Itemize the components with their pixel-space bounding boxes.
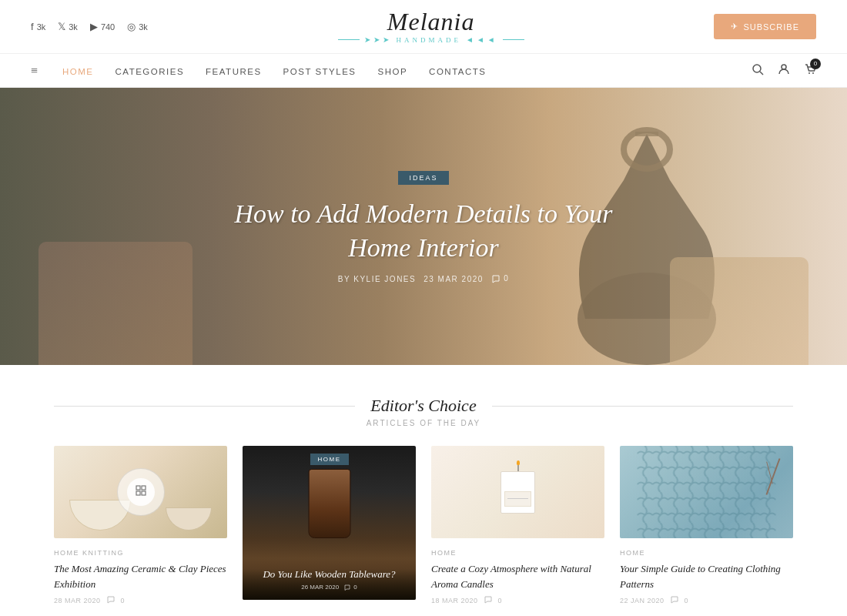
svg-point-4 [812, 72, 814, 74]
svg-rect-11 [142, 491, 146, 495]
section-subtitle: Articles Of The Day [54, 419, 793, 427]
article-card-candle[interactable]: HOME Create a Cozy Atmosphere with Natur… [431, 446, 604, 608]
article-title-knitting: Your Simple Guide to Creating Clothing P… [620, 561, 793, 591]
article-cats-ceramic: HOME KNITTING [54, 549, 227, 557]
subscribe-icon: ✈ [731, 22, 738, 32]
article-meta-ceramic: 28 MAR 2020 0 [54, 596, 227, 605]
nav-item-post-styles[interactable]: POST STYLES [283, 64, 357, 78]
hero-meta: BY KYLIE JONES 23 MAR 2020 0 [231, 274, 616, 283]
svg-point-0 [753, 65, 761, 72]
hero-author: BY KYLIE JONES [338, 275, 416, 283]
play-icon [136, 485, 146, 499]
article-image-ceramic [54, 446, 227, 538]
article-card-knitting[interactable]: HOME Your Simple Guide to Creating Cloth… [620, 446, 793, 608]
twitter-icon: 𝕏 [58, 21, 65, 32]
instagram-link[interactable]: ◎ 3k [127, 21, 148, 32]
wooden-date: 26 MAR 2020 [301, 584, 339, 591]
nav-links: HOME CATEGORIES FEATURES POST STYLES SHO… [62, 64, 486, 78]
svg-rect-9 [142, 486, 146, 490]
nav-link-categories: CATEGORIES [116, 67, 185, 76]
nav-link-features: FEATURES [206, 67, 262, 76]
youtube-link[interactable]: ▶ 740 [90, 21, 115, 32]
svg-line-1 [760, 72, 763, 75]
subscribe-button[interactable]: ✈ SUBSCRIBE [714, 14, 816, 39]
article-comment-icon-ceramic [107, 596, 115, 605]
top-bar: f 3k 𝕏 3k ▶ 740 ◎ 3k Melania ➤➤➤ HANDMAD… [0, 0, 847, 54]
article-image-wooden: HOME Do You Like Wooden Tableware? 26 MA… [243, 446, 416, 600]
article-comment-icon-candle [484, 596, 492, 605]
article-title-candle: Create a Cozy Atmosphere with Natural Ar… [431, 561, 604, 591]
hamburger-menu[interactable]: ≡ [31, 64, 38, 78]
article-title-ceramic: The Most Amazing Ceramic & Clay Pieces E… [54, 561, 227, 591]
user-icon[interactable] [778, 63, 790, 79]
article-comments-candle: 0 [498, 597, 503, 604]
logo[interactable]: Melania ➤➤➤ HANDMADE ◄◄◄ [338, 9, 524, 44]
articles-grid: HOME KNITTING The Most Amazing Ceramic &… [54, 446, 793, 608]
nav-item-shop[interactable]: SHOP [378, 64, 408, 78]
logo-line-left [338, 39, 360, 40]
article-card-ceramic[interactable]: HOME KNITTING The Most Amazing Ceramic &… [54, 446, 227, 608]
nav-link-shop: SHOP [378, 67, 408, 76]
section-title: Editor's Choice [355, 396, 491, 416]
article-comments-ceramic: 0 [121, 597, 126, 604]
article-card-wooden[interactable]: HOME Do You Like Wooden Tableware? 26 MA… [243, 446, 416, 608]
nav-item-categories[interactable]: CATEGORIES [116, 64, 185, 78]
wooden-overlay: Do You Like Wooden Tableware? 26 MAR 202… [243, 558, 416, 600]
article-meta-knitting: 22 JAN 2020 0 [620, 596, 793, 605]
wooden-comments: 0 [353, 584, 357, 591]
candle-body [500, 471, 535, 514]
article-meta-candle: 18 MAR 2020 0 [431, 596, 604, 605]
logo-name: Melania [338, 9, 524, 34]
article-image-candle [431, 446, 604, 538]
facebook-link[interactable]: f 3k [31, 21, 45, 32]
logo-arrow-left: ➤➤➤ [364, 35, 392, 44]
social-links: f 3k 𝕏 3k ▶ 740 ◎ 3k [31, 21, 148, 32]
logo-line-right [503, 39, 524, 40]
article-cats-knitting: HOME [620, 549, 793, 557]
nav-link-home: HOME [62, 67, 94, 76]
facebook-icon: f [31, 21, 34, 32]
logo-subtitle: ➤➤➤ HANDMADE ◄◄◄ [338, 35, 524, 44]
navigation: ≡ HOME CATEGORIES FEATURES POST STYLES S… [0, 54, 847, 88]
svg-rect-10 [136, 491, 140, 495]
youtube-count: 740 [101, 22, 115, 32]
nav-item-home[interactable]: HOME [62, 64, 94, 78]
wooden-title: Do You Like Wooden Tableware? [250, 567, 408, 581]
twitter-link[interactable]: 𝕏 3k [58, 21, 78, 32]
nav-item-contacts[interactable]: CONTACTS [429, 64, 486, 78]
cart-icon[interactable]: 0 [804, 63, 816, 79]
section-line-right [492, 406, 793, 407]
subscribe-label: SUBSCRIBE [743, 22, 799, 32]
hero-comments: 0 [491, 274, 509, 283]
nav-right: 0 [752, 63, 816, 79]
article-comment-icon-knitting [671, 596, 678, 605]
instagram-count: 3k [139, 22, 148, 32]
hero-tag: IDEAS [398, 171, 448, 185]
svg-point-3 [808, 72, 810, 74]
svg-point-2 [782, 65, 786, 69]
candle-wick [517, 465, 518, 471]
twitter-count: 3k [69, 22, 78, 32]
logo-arrow-right: ◄◄◄ [466, 35, 498, 44]
wooden-category-tag: HOME [310, 454, 349, 465]
search-icon[interactable] [752, 63, 764, 79]
nav-item-features[interactable]: FEATURES [206, 64, 262, 78]
candle-label-line [507, 498, 527, 499]
play-button-ceramic[interactable] [127, 478, 155, 506]
hero-content: IDEAS How to Add Modern Details to Your … [231, 169, 616, 284]
article-date-candle: 18 MAR 2020 [431, 597, 478, 604]
wooden-meta: 26 MAR 2020 0 [250, 584, 408, 591]
logo-sub-text: HANDMADE [397, 36, 462, 44]
ceramic-bowl-2 [166, 507, 212, 531]
cart-count: 0 [810, 59, 821, 69]
youtube-icon: ▶ [90, 21, 98, 32]
article-date-knitting: 22 JAN 2020 [620, 597, 665, 604]
candle-container [500, 471, 535, 514]
ceramic-bowl-1 [69, 500, 131, 531]
facebook-count: 3k [37, 22, 46, 32]
hero-section[interactable]: IDEAS How to Add Modern Details to Your … [0, 88, 847, 365]
svg-rect-8 [136, 486, 140, 490]
article-image-knitting [620, 446, 793, 538]
section-header: Editor's Choice [54, 396, 793, 416]
arm-right [670, 257, 808, 365]
